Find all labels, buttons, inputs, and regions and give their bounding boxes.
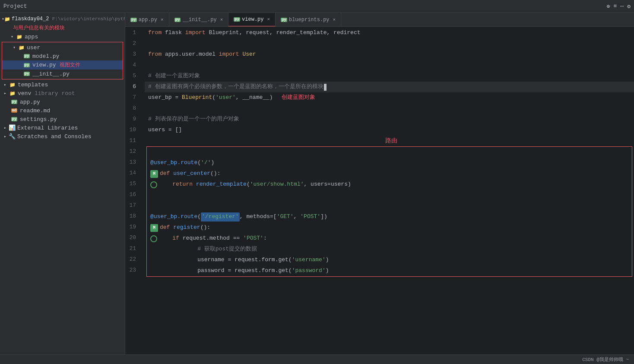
- line-numbers: 1 2 3 4 5 6 7 8 9 10 11 12 13 14 15 16 1…: [125, 27, 145, 355]
- ln10: 10: [125, 125, 140, 136]
- keyword: import: [219, 50, 239, 59]
- ln13: 13: [125, 157, 140, 168]
- readme-label: readme.md: [20, 108, 50, 114]
- tree-item-root[interactable]: ▾ 📁 flaskday04_2 F:\victory\internship\p…: [0, 15, 125, 23]
- ln7: 7: [125, 92, 140, 103]
- annotation-route: 路由: [385, 136, 397, 146]
- string: 'password': [292, 266, 326, 275]
- string: 'user': [216, 93, 236, 102]
- md-file-icon: md: [10, 107, 18, 114]
- apps-folder-icon: 📁: [16, 33, 23, 40]
- tree-item-model-py[interactable]: py model.py: [2, 52, 123, 60]
- tree-item-external-libs[interactable]: ▸ 📊 External Libraries: [0, 123, 125, 132]
- tab-init-py[interactable]: py __init__.py ×: [169, 13, 229, 27]
- classname: User: [242, 50, 256, 59]
- code-line-7: user_bp = Blueprint ( 'user' , __name__)…: [145, 92, 634, 103]
- tab-init-py-close[interactable]: ×: [220, 17, 223, 22]
- keyword: from: [148, 28, 162, 38]
- tree-item-templates[interactable]: ▸ 📁 templates: [0, 80, 125, 89]
- line-indent-icon: [150, 181, 157, 188]
- string: 'username': [292, 256, 326, 265]
- code-line-19: M def register ():: [147, 222, 632, 233]
- code-line-8: [145, 103, 634, 114]
- py-file-icon: py: [23, 62, 31, 69]
- tree-item-apps[interactable]: ▾ 📁 apps: [0, 32, 125, 41]
- ln19: 19: [125, 222, 140, 233]
- model-py-label: model.py: [32, 53, 59, 60]
- ln20: 20: [125, 233, 140, 244]
- code-lines: from flask import Blueprint, request, re…: [145, 27, 634, 355]
- code-container[interactable]: 1 2 3 4 5 6 7 8 9 10 11 12 13 14 15 16 1…: [125, 27, 634, 355]
- decorator: @user_bp.route: [150, 212, 197, 222]
- user-label: user: [27, 44, 40, 51]
- ln15: 15: [125, 179, 140, 190]
- tab-view-py-label: view.py: [242, 16, 263, 22]
- comment: # 获取post提交的数据: [197, 245, 257, 254]
- string: 'POST': [243, 234, 263, 243]
- tree-item-app-py[interactable]: py app.py: [0, 98, 125, 106]
- line-indent-icon: [150, 235, 157, 242]
- string: '/': [201, 158, 211, 168]
- code-line-1: from flask import Blueprint, request, re…: [145, 28, 634, 38]
- icon3[interactable]: ↔: [620, 3, 624, 10]
- tree-item-scratches[interactable]: ▸ 🔧 Scratches and Consoles: [0, 132, 125, 141]
- chevron-right-icon: ▸: [2, 90, 9, 97]
- templates-folder-icon: 📁: [9, 81, 16, 88]
- code-line-15: return render_template ( 'user/show.html…: [147, 179, 632, 190]
- ln6: 6: [125, 82, 140, 92]
- tab-view-py-close[interactable]: ×: [267, 17, 270, 22]
- function-name: user_center: [173, 169, 210, 178]
- view-py-annotation: 视图文件: [60, 61, 80, 69]
- classname: Blueprint: [182, 93, 212, 102]
- code-line-20: if request.method == 'POST' :: [147, 233, 632, 244]
- tab-view-py[interactable]: py view.py ×: [228, 13, 276, 27]
- py-file-icon: py: [10, 116, 18, 123]
- tree-item-init-py[interactable]: py __init__.py: [2, 70, 123, 78]
- annotation-user-module: 与用户信息有关的模块: [0, 23, 125, 32]
- tab-blueprints-py-icon: py: [281, 18, 287, 22]
- string: 'POST': [300, 212, 320, 222]
- method-icon: M: [150, 224, 158, 232]
- tabs-bar: py app.py × py __init__.py × py view.py …: [125, 13, 634, 27]
- code-line-12: [147, 147, 632, 158]
- tree-item-readme[interactable]: md readme.md: [0, 106, 125, 115]
- ln4: 4: [125, 60, 140, 71]
- tree-item-view-py[interactable]: py view.py 视图文件: [2, 60, 123, 70]
- tab-app-py-icon: py: [130, 18, 137, 22]
- py-file-icon: py: [10, 98, 18, 105]
- keyword: if: [172, 234, 179, 243]
- code-line-2: [145, 38, 634, 49]
- comment: # 创建蓝图有两个必须的参数，一个是蓝图的名称，一个是所在的模块: [148, 82, 323, 92]
- function-name: render_template: [196, 180, 247, 189]
- tree-item-venv[interactable]: ▸ 📁 venv library root: [0, 89, 125, 98]
- code-line-16: [147, 190, 632, 201]
- chevron-down-icon: ▾: [9, 33, 16, 40]
- ln18: 18: [125, 211, 140, 222]
- top-bar-icons: ⊕ ≡ ↔ ⚙: [607, 3, 631, 10]
- app-py-label: app.py: [20, 99, 40, 105]
- code-line-10: users = []: [145, 125, 634, 136]
- tab-app-py-close[interactable]: ×: [161, 17, 164, 22]
- ln5: 5: [125, 71, 140, 82]
- tree-item-settings-py[interactable]: py settings.py: [0, 115, 125, 123]
- red-border-code-section: @user_bp.route ( '/' ) M def user_center…: [146, 146, 632, 277]
- icon1[interactable]: ⊕: [607, 3, 610, 10]
- chevron-right-icon: ▸: [2, 133, 9, 140]
- icon2[interactable]: ≡: [614, 3, 617, 10]
- code-line-13: @user_bp.route ( '/' ): [147, 158, 632, 168]
- tab-blueprints-py[interactable]: py blueprints.py ×: [276, 13, 341, 27]
- tab-blueprints-py-label: blueprints.py: [289, 17, 330, 23]
- ln8: 8: [125, 103, 140, 114]
- ln2: 2: [125, 38, 140, 49]
- cursor: [324, 84, 327, 91]
- tab-blueprints-py-close[interactable]: ×: [333, 17, 336, 22]
- code-line-4: [145, 60, 634, 71]
- code-line-9: # 列表保存的是一个一个的用户对象: [145, 114, 634, 125]
- tree-item-user[interactable]: ▾ 📁 user: [2, 43, 123, 52]
- tab-app-py[interactable]: py app.py ×: [125, 13, 169, 27]
- ln23: 23: [125, 265, 140, 276]
- ln22: 22: [125, 254, 140, 265]
- code-line-17: [147, 201, 632, 212]
- icon4[interactable]: ⚙: [627, 3, 631, 10]
- init-py-label: __init__.py: [32, 71, 70, 77]
